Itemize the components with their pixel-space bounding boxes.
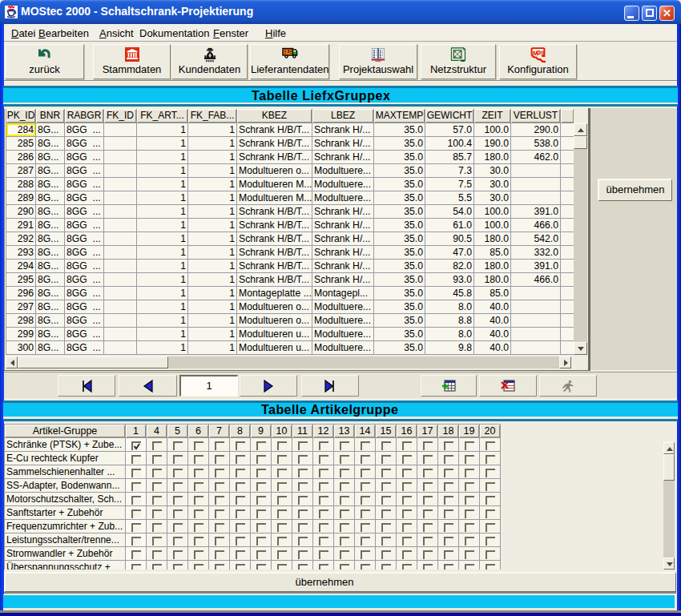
svg-text:S: S — [541, 50, 546, 57]
svg-text:M: M — [533, 50, 538, 57]
